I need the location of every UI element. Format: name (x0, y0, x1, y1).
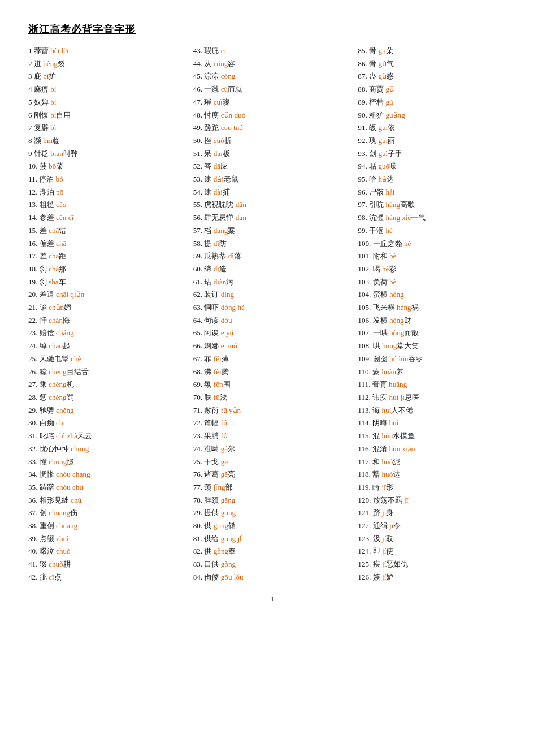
item-pinyin: chuò (49, 560, 63, 568)
item-pinyin: guì (378, 149, 388, 158)
item-number: 82. (193, 547, 205, 555)
list-item: 17. 差 chā距 (28, 250, 188, 263)
column-2: 43. 瑕疵 cī44. 从 cóng容45. 淙淙 cóng46. 一蹴 cù… (193, 45, 353, 584)
item-number: 117. (358, 457, 372, 466)
list-item: 20. 差遣 chāi qiǎn (28, 288, 188, 301)
item-number: 114. (358, 418, 372, 427)
item-hanzi2: 依 (388, 123, 395, 132)
item-pinyin: bì (50, 98, 56, 106)
item-hanzi2: 腾 (222, 368, 229, 376)
item-number: 88. (358, 85, 369, 93)
list-item: 37. 创 chuāng伤 (28, 507, 188, 520)
item-number: 7 (28, 123, 34, 132)
item-hanzi2: 目结舌 (67, 368, 89, 376)
item-hanzi: 句读 (204, 316, 219, 325)
list-item: 48. 忖度 cǔn duó (193, 109, 353, 122)
item-hanzi2: 使 (386, 547, 393, 555)
item-number: 8 (28, 136, 34, 145)
item-pinyin: fú (221, 418, 227, 427)
item-hanzi2: 奉 (228, 547, 236, 555)
list-item: 116. 混淆 hùn xiáo (358, 443, 517, 456)
item-number: 25. (28, 355, 40, 363)
item-hanzi2: 围 (223, 380, 231, 388)
list-item: 98. 沆瀣 hàng xiè一气 (358, 211, 517, 224)
item-number: 98. (358, 213, 369, 222)
item-hanzi: 复辟 (34, 123, 49, 132)
item-number: 73. (193, 431, 205, 440)
item-hanzi: 璀 (204, 98, 211, 106)
item-pinyin: dǎi (214, 175, 224, 183)
item-hanzi: 庇 (34, 72, 41, 80)
page-footer: 1 (28, 594, 517, 603)
list-item: 55. 虎视眈眈 dān (193, 198, 353, 211)
list-item: 126. 嫉 jí妒 (358, 571, 517, 584)
item-pinyin: dāi (214, 149, 223, 158)
list-item: 107. 一哄 hòng而散 (358, 327, 517, 340)
item-number: 116. (358, 444, 372, 453)
item-hanzi: 乘 (40, 380, 47, 388)
item-hanzi2: 养 (396, 368, 403, 376)
list-item: 13. 粗糙 cāo (28, 198, 188, 211)
item-number: 95. (358, 175, 369, 183)
item-number: 10. (28, 162, 40, 170)
list-item: 58. 提 dī防 (193, 237, 353, 250)
list-item: 38. 重创 chuāng (28, 520, 188, 533)
item-hanzi: 赔偿 (40, 329, 54, 337)
item-hanzi2: 车 (59, 278, 66, 286)
item-hanzi: 商贾 (369, 85, 384, 93)
item-number: 87. (358, 72, 369, 80)
item-number: 70. (193, 393, 205, 401)
item-pinyin: hé (404, 239, 411, 248)
list-item: 18. 刹 chà那 (28, 263, 188, 276)
list-item: 122. 通缉 jī令 (358, 520, 517, 533)
item-number: 93. (358, 149, 369, 158)
item-pinyin: gōu lóu (221, 573, 244, 581)
item-hanzi2: 折 (224, 136, 232, 145)
item-hanzi: 逮 (204, 175, 211, 183)
item-number: 16. (28, 239, 40, 248)
item-pinyin: chà (49, 265, 59, 273)
item-number: 91. (358, 123, 369, 132)
item-number: 67. (193, 355, 205, 363)
list-item: 43. 瑕疵 cī (193, 45, 353, 58)
list-item: 74. 准噶 gá尔 (193, 443, 353, 456)
item-hanzi: 篇幅 (204, 418, 219, 427)
item-number: 72. (193, 418, 205, 427)
list-item: 123. 汲 jí取 (358, 533, 517, 546)
item-hanzi2: 祸 (411, 303, 419, 312)
item-pinyin: dìng (221, 290, 234, 299)
item-pinyin: cǔn duó (221, 111, 246, 119)
item-pinyin: gē (221, 457, 228, 466)
list-item: 76. 诸葛 gě亮 (193, 468, 353, 481)
item-hanzi: 桎梏 (369, 98, 384, 106)
list-item: 89. 桎梏 gù (358, 96, 517, 109)
item-pinyin: bì (50, 123, 56, 132)
item-hanzi: 混淆 (372, 444, 387, 453)
item-number: 45. (193, 72, 205, 80)
item-hanzi: 和 (372, 457, 380, 466)
item-pinyin: chēng (49, 368, 67, 376)
item-hanzi: 答 (204, 162, 211, 170)
list-item: 14. 参差 cēn cī (28, 211, 188, 224)
item-pinyin: dī (214, 239, 219, 248)
list-item: 19. 刹 shā车 (28, 276, 188, 289)
list-item: 36. 相形见绌 chù (28, 494, 188, 507)
item-hanzi: 挫 (204, 136, 211, 145)
item-hanzi2: 而就 (228, 85, 242, 93)
list-item: 72. 篇幅 fú (193, 417, 353, 430)
item-pinyin: dā (214, 162, 220, 170)
item-pinyin: fū (214, 393, 220, 401)
item-pinyin: chāo (49, 342, 63, 350)
item-pinyin: fèi (214, 368, 222, 376)
item-number: 2 (28, 59, 34, 68)
list-item: 27. 乘 chéng机 (28, 378, 188, 391)
list-item: 9 针砭 biān时弊 (28, 148, 188, 161)
item-pinyin: gōng jǐ (221, 534, 242, 543)
item-number: 68. (193, 368, 205, 376)
item-hanzi: 参差 (40, 213, 54, 222)
list-item: 12. 湖泊 pō (28, 186, 188, 199)
item-hanzi: 重创 (40, 521, 54, 530)
item-hanzi2: 堂大笑 (397, 342, 419, 350)
item-number: 36. (28, 496, 40, 504)
item-number: 106. (358, 316, 372, 325)
